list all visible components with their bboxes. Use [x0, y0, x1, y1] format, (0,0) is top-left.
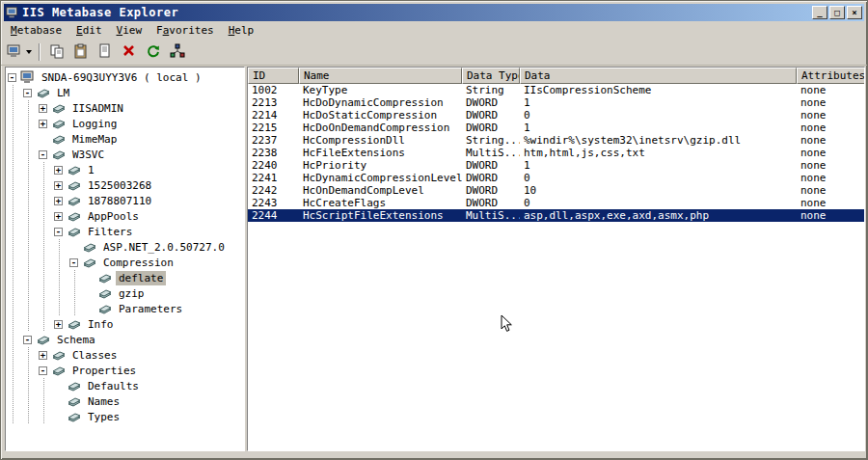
tree-item-1878807110[interactable]: +1878807110: [8, 193, 244, 208]
tree-item-1525003268[interactable]: +1525003268: [8, 177, 244, 193]
tree-item-label: Compression: [100, 256, 176, 270]
cell-name: KeyType: [299, 84, 462, 96]
titlebar[interactable]: IIS Metabase Explorer _ □ ×: [4, 4, 864, 21]
delete-button[interactable]: [118, 41, 141, 63]
paste-icon: [73, 43, 89, 62]
tree-expander-plus-icon[interactable]: +: [39, 100, 50, 116]
tree-expander-minus-icon[interactable]: -: [39, 147, 50, 162]
tree-item-logging[interactable]: +Logging: [8, 116, 244, 131]
tree-item-parameters[interactable]: Parameters: [8, 301, 244, 316]
column-header-id[interactable]: ID: [248, 68, 299, 84]
cell-data-type: DWORD: [462, 184, 520, 197]
tree-indent-guide: [23, 316, 39, 332]
connect-button[interactable]: [5, 41, 34, 63]
tree-item-mimemap[interactable]: MimeMap: [8, 131, 244, 147]
menu-item-favorites[interactable]: Favorites: [149, 22, 222, 39]
cell-data: asp,dll,aspx,exe,axd,asmx,php: [520, 209, 797, 222]
menu-item-metabase[interactable]: Metabase: [4, 22, 69, 39]
tree-item-types[interactable]: Types: [8, 409, 244, 424]
tree-indent-guide: [23, 162, 39, 177]
cell-data-type: DWORD: [462, 122, 520, 134]
tree-expander-minus-icon[interactable]: -: [39, 363, 50, 378]
cell-name: HcDoStaticCompression: [299, 109, 462, 122]
tree-item-classes[interactable]: +Classes: [8, 347, 244, 363]
table-row-2242[interactable]: 2242HcOnDemandCompLevelDWORD10none: [248, 184, 864, 197]
minimize-button[interactable]: _: [812, 6, 827, 19]
column-header-data[interactable]: Data: [520, 68, 797, 84]
tree-expander-plus-icon[interactable]: +: [54, 177, 66, 193]
tree-item-w3svc[interactable]: -W3SVC: [8, 147, 244, 162]
computer-icon: [20, 70, 36, 84]
tree-item-names[interactable]: Names: [8, 393, 244, 409]
refresh-button[interactable]: [142, 41, 165, 63]
tree-item-label: AppPools: [85, 209, 142, 224]
table-row-2237[interactable]: 2237HcCompressionDllString...%windir%\sy…: [248, 134, 864, 147]
tree-item-apppools[interactable]: +AppPools: [8, 208, 244, 224]
tree-item-label: Logging: [69, 117, 120, 131]
tree-expander-plus-icon[interactable]: +: [54, 316, 66, 332]
tree-item-gzip[interactable]: gzip: [8, 285, 244, 301]
tree-item-compression[interactable]: -Compression: [8, 255, 244, 270]
tree-item-filters[interactable]: -Filters: [8, 224, 244, 239]
table-row-2214[interactable]: 2214HcDoStaticCompressionDWORD0none: [248, 109, 864, 122]
dropdown-arrow-icon[interactable]: [26, 50, 32, 54]
tree-indent-guide: [8, 301, 23, 316]
tree-expander-plus-icon[interactable]: +: [39, 116, 50, 131]
tree-indent-guide: [54, 285, 69, 301]
menu-item-help[interactable]: Help: [222, 22, 262, 39]
cell-name: HcDoOnDemandCompression: [299, 122, 462, 134]
tree-expander-plus-icon[interactable]: +: [39, 347, 50, 363]
tree-indent-guide: [23, 131, 39, 147]
toolbar: [1, 40, 867, 66]
column-header-name[interactable]: Name: [299, 68, 462, 84]
tree-expander-plus-icon[interactable]: +: [54, 208, 66, 224]
tree-expander-minus-icon[interactable]: -: [8, 69, 19, 85]
maximize-button[interactable]: □: [829, 6, 845, 19]
cell-name: HcPriority: [299, 159, 462, 172]
table-row-2238[interactable]: 2238HcFileExtensionsMultiS...htm,html,js…: [248, 147, 864, 159]
tree-expander-minus-icon[interactable]: -: [23, 85, 35, 100]
tree-expander-minus-icon[interactable]: -: [69, 255, 81, 270]
paste-button[interactable]: [69, 41, 93, 63]
tree-expander-plus-icon[interactable]: +: [54, 162, 66, 177]
tree-item-properties[interactable]: -Properties: [8, 363, 244, 378]
tree-item-lm[interactable]: -LM: [8, 85, 244, 100]
cell-id: 2214: [248, 109, 299, 122]
table-row-2240[interactable]: 2240HcPriorityDWORD1none: [248, 159, 864, 172]
permissions-button[interactable]: [166, 41, 189, 63]
tree-expander-minus-icon[interactable]: -: [54, 224, 66, 239]
tree-item-label: 1: [85, 163, 97, 177]
tree-expander-plus-icon[interactable]: +: [54, 193, 66, 208]
tree-item-1[interactable]: +1: [8, 162, 244, 177]
node-icon: [97, 286, 113, 300]
column-header-data-type[interactable]: Data Type: [462, 68, 520, 84]
tree-item-iisadmin[interactable]: +IISADMIN: [8, 100, 244, 116]
copy-button[interactable]: [45, 41, 68, 63]
table-row-1002[interactable]: 1002KeyTypeStringIIsCompressionSchemenon…: [248, 84, 864, 96]
table-row-2215[interactable]: 2215HcDoOnDemandCompressionDWORD1none: [248, 122, 864, 134]
tree-indent-guide: [23, 255, 39, 270]
cell-name: HcDynamicCompressionLevel: [299, 172, 462, 184]
tree-item-schema[interactable]: -Schema: [8, 332, 244, 347]
tree-item-asp-net-2-0-50727-0[interactable]: ASP.NET_2.0.50727.0: [8, 239, 244, 255]
properties-button[interactable]: [94, 41, 117, 63]
node-icon: [67, 194, 82, 207]
tree-item-label: 1878807110: [85, 194, 154, 208]
tree-expander-minus-icon[interactable]: -: [23, 332, 35, 347]
tree-item-snda-69q3uyy3v6-local[interactable]: -SNDA-69Q3UYY3V6 ( local ): [8, 69, 244, 85]
menu-item-view[interactable]: View: [110, 22, 150, 39]
table-row-2241[interactable]: 2241HcDynamicCompressionLevelDWORD0none: [248, 172, 864, 184]
column-header-attributes[interactable]: Attributes: [797, 68, 865, 84]
tree-item-info[interactable]: +Info: [8, 316, 244, 332]
tree-item-defaults[interactable]: Defaults: [8, 378, 244, 393]
tree-item-label: W3SVC: [69, 148, 107, 162]
cell-data-type: DWORD: [462, 197, 520, 209]
close-button[interactable]: ×: [847, 6, 862, 19]
table-row-2244[interactable]: 2244HcScriptFileExtensionsMultiS...asp,d…: [248, 209, 864, 222]
tree-item-deflate[interactable]: deflate: [8, 270, 244, 285]
menu-item-edit[interactable]: Edit: [69, 22, 110, 39]
main-area: -SNDA-69Q3UYY3V6 ( local )-LM+IISADMIN+L…: [5, 67, 865, 451]
tree-expander-spacer: [54, 409, 66, 424]
table-row-2243[interactable]: 2243HcCreateFlagsDWORD0none: [248, 197, 864, 209]
table-row-2213[interactable]: 2213HcDoDynamicCompressionDWORD1none: [248, 96, 864, 109]
